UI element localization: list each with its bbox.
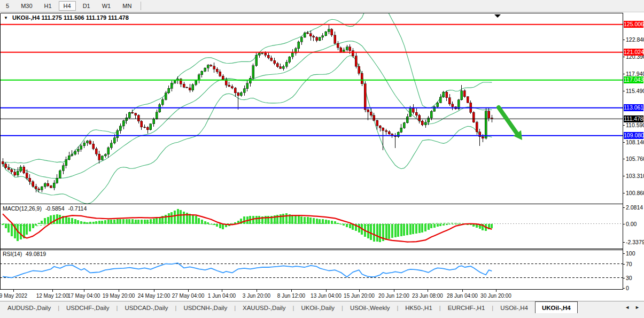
macd-indicator-label: MACD(12,26,9) -0.5854 -0.7114 <box>3 205 89 212</box>
rsi-value: 49.0819 <box>26 251 46 257</box>
price-tick-115.490: 115.490 <box>626 88 644 94</box>
rsi-tick-100: 100 <box>626 250 635 257</box>
tab-scroll-arrows: ◄ ► <box>622 304 642 311</box>
time-label: 15 Jun 20:00 <box>344 293 375 299</box>
rsi-name: RSI(14) <box>3 251 22 257</box>
tab-divider: | <box>342 305 343 311</box>
macd-tick-2.0814: 2.0814 <box>626 204 643 211</box>
chart-tab-usdchf-daily[interactable]: USDCHF-,Daily <box>65 303 111 313</box>
chart-tab-ukoil-daily[interactable]: UKOil-,Daily <box>300 303 336 313</box>
tab-scroll-right-icon[interactable]: ► <box>632 304 642 311</box>
price-tick-122.840: 122.840 <box>626 36 644 43</box>
tab-divider: | <box>397 305 398 311</box>
macd-tick--2.3379: -2.3379 <box>626 239 644 245</box>
price-tick-108.140: 108.140 <box>626 139 644 145</box>
scroll-to-end-marker <box>494 14 501 18</box>
ohlc-close: 111.478 <box>108 14 129 21</box>
time-label: 28 Jun 04:00 <box>447 293 478 299</box>
chart-tab-audusd-daily[interactable]: AUDUSD-,Daily <box>6 303 52 313</box>
tab-divider: | <box>293 305 294 311</box>
price-tick-105.760: 105.760 <box>626 156 644 162</box>
chart-tab-xauusd-daily[interactable]: XAUUSD-,Daily <box>242 303 287 313</box>
tab-divider: | <box>492 305 493 311</box>
time-label: 20 Jun 12:00 <box>378 293 409 299</box>
tab-scroll-left-icon[interactable]: ◄ <box>622 304 632 311</box>
price-level-badge-121.024: 121.024 <box>624 49 643 56</box>
ohlc-open: 111.275 <box>41 14 62 21</box>
chart-tab-usoil-h4[interactable]: USOil-,H4 <box>499 303 529 313</box>
ohlc-low: 111.179 <box>86 14 107 21</box>
price-level-badge-109.080: 109.080 <box>624 132 643 139</box>
price-tick-103.310: 103.310 <box>626 173 644 179</box>
chart-canvas <box>0 0 644 301</box>
chart-tab-usdcnh-daily[interactable]: USDCNH-,Daily <box>182 303 228 313</box>
time-label: 23 Jun 08:00 <box>412 293 443 299</box>
price-level-badge-125.006: 125.006 <box>624 21 643 28</box>
macd-value: -0.5854 <box>45 205 65 212</box>
time-label: 19 May 20:00 <box>103 293 135 299</box>
time-label: 30 Jun 20:00 <box>480 293 511 299</box>
tab-divider: | <box>439 305 441 311</box>
price-tick-117.940: 117.940 <box>626 71 644 77</box>
time-label: 9 May 2022 <box>0 293 27 299</box>
rsi-tick-30: 30 <box>626 275 632 281</box>
tab-divider: | <box>234 305 236 311</box>
time-label: 8 Jun 12:00 <box>277 293 305 299</box>
time-label: 1 Jun 04:00 <box>208 293 236 299</box>
tab-divider: | <box>58 305 59 311</box>
tab-divider: | <box>175 305 177 311</box>
time-label: 24 May 12:00 <box>138 293 170 299</box>
rsi-tick-70: 70 <box>626 261 632 267</box>
status-strip <box>0 313 644 318</box>
chart-tab-bar: AUDUSD-,Daily|USDCHF-,Daily|USDCAD-,Dail… <box>0 301 644 314</box>
price-level-badge-117.043: 117.043 <box>624 76 643 83</box>
price-tick-100.860: 100.860 <box>626 190 644 196</box>
tab-divider: | <box>117 305 118 311</box>
current-price-badge: 111.478 <box>624 115 643 122</box>
macd-name: MACD(12,26,9) <box>3 205 42 212</box>
symbol-dropdown-icon[interactable]: ▼ <box>4 15 8 20</box>
chart-tabs: AUDUSD-,Daily|USDCHF-,Daily|USDCAD-,Dail… <box>0 301 578 314</box>
chart-tab-eurchf-h1[interactable]: EURCHF-,H1 <box>447 303 486 313</box>
rsi-tick-0: 0 <box>626 285 629 291</box>
chart-tab-usdcad-daily[interactable]: USDCAD-,Daily <box>123 303 169 313</box>
time-label: 12 May 12:00 <box>36 293 69 299</box>
time-label: 13 Jun 04:00 <box>311 293 342 299</box>
ohlc-high: 111.506 <box>64 14 84 21</box>
time-label: 3 Jun 20:00 <box>243 293 270 299</box>
price-level-badge-113.061: 113.061 <box>624 104 643 111</box>
mt4-window: 5M30H1H4D1W1MN ▼ UKOil-,H4 111.275 111.5… <box>0 0 644 318</box>
chart-tab-hk50-h1[interactable]: HK50-,H1 <box>404 303 433 313</box>
time-label: 27 May 04:00 <box>172 293 205 299</box>
symbol-label: UKOil-,H4 <box>12 14 40 21</box>
chart-tab-usoil-weekly[interactable]: USOil-,Weekly <box>349 303 391 313</box>
chart-tab-ukoil-h4[interactable]: UKOil-,H4 <box>535 301 578 314</box>
price-tick-110.590: 110.590 <box>626 122 644 128</box>
time-label: 17 May 04:00 <box>68 293 100 299</box>
rsi-indicator-label: RSI(14) 49.0819 <box>3 251 48 257</box>
macd-tick-0.00: 0.00 <box>626 221 637 227</box>
chart-title: ▼ UKOil-,H4 111.275 111.506 111.179 111.… <box>4 14 129 21</box>
macd-signal-value: -0.7114 <box>68 205 87 212</box>
